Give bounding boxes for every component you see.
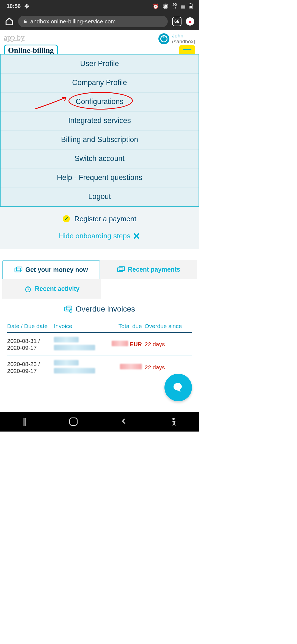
lock-icon bbox=[23, 19, 28, 24]
menu-item-company-profile[interactable]: Company Profile bbox=[1, 73, 199, 92]
activity-icon bbox=[24, 285, 32, 293]
th-overdue-since: Overdue since bbox=[145, 323, 192, 329]
hamburger-icon bbox=[183, 49, 191, 50]
th-invoice: Invoice bbox=[54, 323, 106, 329]
chat-icon bbox=[172, 381, 185, 394]
row-overdue: 22 days bbox=[145, 341, 192, 348]
th-date: Date / Due date bbox=[7, 323, 54, 329]
tab-recent-payments[interactable]: Recent payments bbox=[100, 260, 197, 279]
check-badge-icon: ✓ bbox=[63, 215, 70, 222]
onboarding-section: ✓ Register a payment Hide onboarding ste… bbox=[0, 207, 199, 249]
tab-get-money[interactable]: Get your money now bbox=[2, 260, 100, 279]
hamburger-menu-button[interactable] bbox=[179, 45, 195, 54]
tabs-button[interactable]: 66 bbox=[172, 17, 182, 26]
url-bar[interactable]: andbox.online-billing-service.com bbox=[18, 16, 168, 27]
hide-onboarding-label: Hide onboarding steps bbox=[59, 232, 130, 240]
svg-rect-4 bbox=[119, 267, 125, 271]
menu-item-integrated[interactable]: Integrated services bbox=[1, 111, 199, 130]
row-invoice bbox=[54, 360, 106, 375]
menu-item-user-profile[interactable]: User Profile bbox=[1, 54, 199, 73]
onboarding-register-label: Register a payment bbox=[74, 215, 136, 223]
app-logo[interactable]: Online-billing bbox=[4, 45, 58, 54]
dashboard-tabs: Get your money now Recent payments Recen… bbox=[0, 249, 199, 299]
svg-point-9 bbox=[172, 418, 175, 420]
menu-item-logout[interactable]: Logout bbox=[1, 187, 199, 206]
row-total-due bbox=[106, 364, 145, 371]
table-header: Date / Due date Invoice Total due Overdu… bbox=[7, 317, 192, 333]
nav-back-button[interactable] bbox=[122, 417, 126, 426]
signal-icon bbox=[181, 3, 185, 9]
url-text: andbox.online-billing-service.com bbox=[30, 18, 116, 25]
tab-recent-activity[interactable]: Recent activity bbox=[2, 279, 101, 299]
hide-onboarding-button[interactable]: Hide onboarding steps ✕ bbox=[0, 223, 199, 241]
row-invoice bbox=[54, 337, 106, 352]
row-due-date: 2020-09-17 bbox=[7, 344, 54, 351]
home-icon[interactable] bbox=[5, 17, 14, 26]
table-row[interactable]: 2020-08-23 / 2020-09-17 22 days bbox=[7, 356, 192, 379]
user-dropdown-menu: User Profile Company Profile Configurati… bbox=[0, 54, 199, 207]
money-icon bbox=[14, 266, 23, 274]
app-header: app by John (sandbox) bbox=[0, 30, 199, 45]
alarm-icon bbox=[153, 3, 159, 9]
row-total-due: EUR bbox=[106, 341, 145, 348]
close-icon: ✕ bbox=[133, 231, 140, 241]
row-due-date: 2020-09-17 bbox=[7, 367, 54, 374]
mute-icon bbox=[163, 3, 169, 9]
user-name: John bbox=[172, 33, 196, 39]
network-type: 4G↓↑ bbox=[172, 3, 177, 10]
menu-item-switch-account[interactable]: Switch account bbox=[1, 149, 199, 168]
svg-rect-0 bbox=[24, 21, 26, 23]
svg-rect-3 bbox=[117, 268, 123, 272]
browser-toolbar: andbox.online-billing-service.com 66 ▲ bbox=[0, 12, 199, 30]
row-date: 2020-08-31 / bbox=[7, 337, 54, 344]
user-chip[interactable]: John (sandbox) bbox=[158, 33, 196, 45]
chat-fab[interactable] bbox=[164, 374, 192, 401]
svg-rect-1 bbox=[15, 268, 20, 272]
power-avatar-icon bbox=[158, 33, 169, 44]
svg-rect-2 bbox=[16, 267, 22, 271]
panel-title: Overdue invoices bbox=[76, 305, 135, 313]
nav-recent-button[interactable]: ||| bbox=[22, 417, 25, 426]
android-status-bar: 10:56 ✤ 4G↓↑ bbox=[0, 0, 199, 12]
menu-item-billing[interactable]: Billing and Subscription bbox=[1, 130, 199, 149]
android-nav-bar: ||| bbox=[0, 412, 199, 432]
th-total-due: Total due bbox=[106, 323, 145, 329]
menu-item-configurations[interactable]: Configurations bbox=[1, 92, 199, 111]
status-time: 10:56 bbox=[7, 3, 21, 9]
menu-item-help[interactable]: Help - Frequent questions bbox=[1, 168, 199, 187]
update-indicator-icon[interactable]: ▲ bbox=[186, 17, 194, 26]
payments-icon bbox=[117, 266, 125, 273]
row-overdue: 22 days bbox=[145, 364, 192, 371]
table-row[interactable]: 2020-08-31 / 2020-09-17 EUR 22 days bbox=[7, 333, 192, 356]
nav-home-button[interactable] bbox=[69, 417, 78, 426]
user-mode: (sandbox) bbox=[172, 39, 196, 45]
overdue-invoices-panel: Overdue invoices Date / Due date Invoice… bbox=[2, 299, 197, 379]
brand-tagline: app by bbox=[4, 33, 24, 42]
onboarding-register-payment[interactable]: ✓ Register a payment bbox=[0, 207, 199, 223]
nav-accessibility-button[interactable] bbox=[170, 417, 177, 426]
invoice-icon bbox=[64, 305, 72, 313]
status-app-icon: ✤ bbox=[24, 3, 29, 10]
row-date: 2020-08-23 / bbox=[7, 361, 54, 367]
battery-icon bbox=[189, 4, 193, 9]
